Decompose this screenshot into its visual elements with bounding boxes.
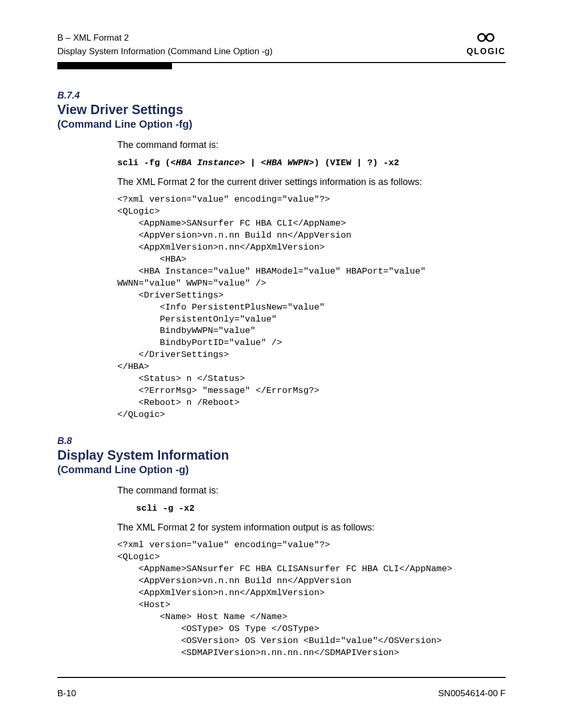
section2-body: The command format is: scli -g -x2 The X… — [117, 484, 506, 659]
brand-text: QLOGIC — [467, 47, 506, 56]
section2-code: <?xml version="value" encoding="value"?>… — [117, 539, 506, 659]
cmd-italic-1: HBA Instance — [176, 158, 239, 168]
qlogic-icon — [467, 31, 506, 46]
section2-intro: The command format is: — [117, 484, 506, 497]
section-number-2: B.8 — [57, 436, 506, 447]
section-title-2: Display System Information — [57, 448, 506, 463]
svg-point-1 — [486, 34, 494, 41]
cmd-prefix: scli -fg (< — [117, 158, 176, 168]
header-topic: Display System Information (Command Line… — [57, 45, 273, 58]
cmd-mid: > | < — [240, 158, 266, 168]
section2-desc: The XML Format 2 for system information … — [117, 521, 506, 534]
section1-code: <?xml version="value" encoding="value"?>… — [117, 194, 506, 421]
section1-command: scli -fg (<HBA Instance> | <HBA WWPN>) (… — [117, 157, 506, 169]
section-number: B.7.4 — [57, 90, 506, 101]
section1-body: The command format is: scli -fg (<HBA In… — [117, 139, 506, 421]
footer-page: B-10 — [57, 688, 76, 699]
page-header: B – XML Format 2 Display System Informat… — [57, 31, 506, 58]
header-left: B – XML Format 2 Display System Informat… — [57, 31, 273, 58]
footer-rule — [57, 677, 506, 678]
page-footer: B-10 SN0054614-00 F — [57, 677, 506, 699]
section-subtitle: (Command Line Option -fg) — [57, 118, 506, 130]
header-black-bar — [57, 63, 172, 69]
section-title: View Driver Settings — [57, 102, 506, 117]
section-subtitle-2: (Command Line Option -g) — [57, 464, 506, 476]
section1-intro: The command format is: — [117, 139, 506, 152]
cmd-italic-2: HBA WWPN — [266, 158, 309, 168]
brand-logo: QLOGIC — [467, 31, 506, 56]
svg-point-0 — [478, 34, 485, 41]
header-appendix: B – XML Format 2 — [57, 31, 273, 45]
section1-desc: The XML Format 2 for the current driver … — [117, 176, 506, 189]
cmd-suffix: >) (VIEW | ?) -x2 — [309, 158, 399, 168]
section2-command: scli -g -x2 — [136, 502, 506, 515]
footer-docnum: SN0054614-00 F — [438, 688, 506, 699]
